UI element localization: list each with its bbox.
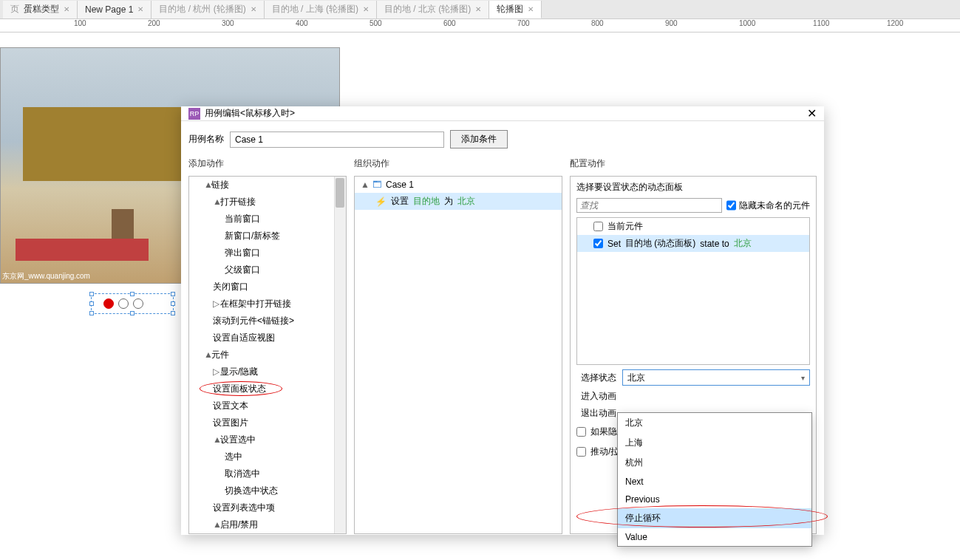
app-icon: RP: [188, 108, 200, 120]
tree-item[interactable]: 设置图片: [189, 414, 346, 431]
panel-list-row[interactable]: 当前元件: [577, 218, 809, 235]
design-canvas[interactable]: 东京网_www.quanjing.com RP 用例编辑<鼠标移入时> ✕ 用例…: [0, 33, 960, 560]
tree-item[interactable]: 取消选中: [189, 465, 346, 482]
close-icon[interactable]: ✕: [64, 5, 69, 13]
action-node[interactable]: ⚡ 设置 目的地 为 北京: [355, 193, 562, 210]
tab-item[interactable]: 目的地 / 北京 (轮播图)✕: [377, 1, 489, 18]
dialog-titlebar: RP 用例编辑<鼠标移入时> ✕: [181, 106, 824, 121]
header-add-action: 添加动作: [188, 154, 347, 173]
panel-list-row-selected[interactable]: Set 目的地 (动态面板) state to 北京: [577, 235, 809, 252]
tree-item[interactable]: 选中: [189, 448, 346, 465]
case-icon: 🗔: [372, 180, 381, 190]
carousel-dots: [103, 298, 143, 309]
close-icon[interactable]: ✕: [475, 5, 481, 13]
tab-item-active[interactable]: 轮播图✕: [489, 1, 542, 18]
tree-item-set-panel-state[interactable]: 设置面板状态: [189, 380, 346, 397]
case-name-input[interactable]: [230, 132, 444, 148]
tab-item[interactable]: 目的地 / 杭州 (轮播图)✕: [152, 1, 264, 18]
dropdown-item[interactable]: Next: [618, 473, 811, 491]
document-tabs: 页蛋糕类型✕ New Page 1✕ 目的地 / 杭州 (轮播图)✕ 目的地 /…: [0, 0, 960, 19]
state-dropdown-list: 北京 上海 杭州 Next Previous 停止循环 Value: [617, 412, 812, 547]
column-headers: 添加动作 组织动作 配置动作: [181, 154, 824, 173]
tree-item[interactable]: 父级窗口: [189, 262, 346, 279]
tree-item[interactable]: 设置列表选中项: [189, 499, 346, 516]
close-icon[interactable]: ✕: [251, 5, 256, 13]
tree-item[interactable]: ▷在框架中打开链接: [189, 296, 346, 313]
hide-unnamed-checkbox[interactable]: 隐藏未命名的元件: [726, 198, 810, 213]
search-input[interactable]: [576, 198, 722, 213]
carousel-dot-1[interactable]: [103, 298, 114, 309]
tab-item[interactable]: 页蛋糕类型✕: [3, 1, 78, 18]
organize-actions-panel: ▲ 🗔 Case 1 ⚡ 设置 目的地 为 北京: [354, 176, 562, 534]
select-state-row: 选择状态 北京 ▾: [576, 369, 810, 386]
close-icon[interactable]: ✕: [363, 5, 369, 13]
tree-item[interactable]: 新窗口/新标签: [189, 228, 346, 245]
tree-item[interactable]: 滚动到元件<锚链接>: [189, 313, 346, 329]
tree-item[interactable]: 设置自适应视图: [189, 329, 346, 346]
dropdown-item[interactable]: 北京: [618, 413, 811, 433]
state-combobox[interactable]: 北京 ▾: [622, 369, 810, 386]
select-panel-label: 选择要设置状态的动态面板: [576, 181, 810, 194]
dropdown-item[interactable]: Previous: [618, 491, 811, 508]
chevron-down-icon: ▾: [801, 374, 805, 382]
dropdown-item-highlighted[interactable]: 停止循环: [618, 508, 811, 528]
case-name-label: 用例名称: [188, 133, 224, 146]
tree-item[interactable]: ▷显示/隐藏: [189, 363, 346, 380]
carousel-dot-2[interactable]: [118, 298, 129, 309]
tree-item[interactable]: 弹出窗口: [189, 245, 346, 262]
tree-item[interactable]: 切换选中状态: [189, 482, 346, 499]
dropdown-item[interactable]: 杭州: [618, 453, 811, 473]
close-icon[interactable]: ✕: [807, 106, 817, 120]
tree-item[interactable]: 当前窗口: [189, 211, 346, 228]
close-icon[interactable]: ✕: [137, 5, 143, 13]
dropdown-item[interactable]: 上海: [618, 433, 811, 453]
tree-scrollbar[interactable]: [334, 177, 346, 533]
action-tree[interactable]: ▲链接 ▲打开链接 当前窗口 新窗口/新标签 弹出窗口 父级窗口 关闭窗口 ▷在…: [189, 177, 346, 533]
case-name-row: 用例名称 添加条件: [181, 121, 824, 154]
panel-list[interactable]: 当前元件 Set 目的地 (动态面板) state to 北京: [576, 217, 810, 365]
tab-item[interactable]: 目的地 / 上海 (轮播图)✕: [265, 1, 377, 18]
tree-item[interactable]: ▲启用/禁用: [189, 516, 346, 533]
add-condition-button[interactable]: 添加条件: [450, 130, 508, 148]
action-tree-panel: ▲链接 ▲打开链接 当前窗口 新窗口/新标签 弹出窗口 父级窗口 关闭窗口 ▷在…: [188, 176, 347, 534]
tree-item[interactable]: 关闭窗口: [189, 279, 346, 296]
dropdown-item[interactable]: Value: [618, 528, 811, 546]
case-node[interactable]: ▲ 🗔 Case 1: [355, 177, 562, 193]
lightning-icon: ⚡: [375, 197, 387, 207]
carousel-dot-3[interactable]: [133, 298, 143, 309]
tree-item[interactable]: ▲设置选中: [189, 431, 346, 448]
tree-item[interactable]: 设置文本: [189, 397, 346, 414]
horizontal-ruler: 100 200 300 400 500 600 700 800 900 1000…: [0, 19, 960, 33]
dialog-title: 用例编辑<鼠标移入时>: [205, 107, 295, 120]
tab-item[interactable]: New Page 1✕: [78, 1, 152, 18]
close-icon[interactable]: ✕: [528, 5, 534, 13]
header-organize: 组织动作: [354, 154, 562, 173]
watermark-text: 东京网_www.quanjing.com: [2, 271, 90, 281]
header-configure: 配置动作: [570, 154, 817, 173]
